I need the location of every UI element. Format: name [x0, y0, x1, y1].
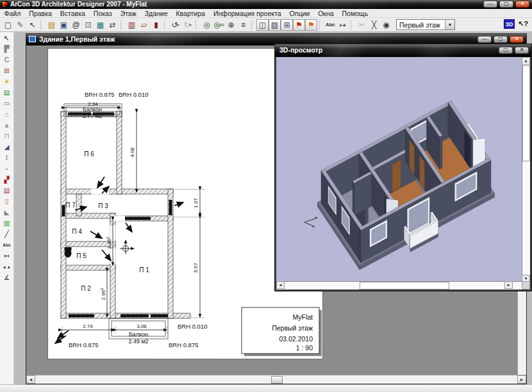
- viewer-3d-canvas[interactable]: [276, 57, 522, 282]
- app-close-button[interactable]: ✕: [515, 1, 529, 8]
- polygon-input-icon[interactable]: ▱: [138, 19, 150, 31]
- document-icon: [29, 36, 36, 42]
- menu-item-9[interactable]: Опции: [285, 9, 314, 18]
- column-tool[interactable]: I: [1, 152, 13, 163]
- plan-close-button[interactable]: ✕: [510, 36, 524, 43]
- skylight-tool[interactable]: ☀: [1, 76, 13, 86]
- plan-display-toggle[interactable]: ⊞: [281, 19, 293, 31]
- open-project-icon[interactable]: ▤: [46, 19, 58, 31]
- print-icon[interactable]: ⊡: [82, 19, 94, 31]
- slab-tool[interactable]: ▭: [1, 98, 13, 108]
- viewer-scroll-up-icon[interactable]: ▲: [522, 57, 530, 65]
- menu-item-4[interactable]: Показ: [89, 9, 116, 18]
- terrain-tool[interactable]: ▲: [1, 120, 13, 130]
- save-view-icon[interactable]: ▥: [126, 19, 138, 31]
- viewer-maximize-button[interactable]: ▢: [499, 47, 513, 54]
- plan-horizontal-scrollbar[interactable]: ◄ ►: [26, 375, 526, 384]
- origin-icon[interactable]: ⊕: [225, 19, 237, 31]
- stairs-tool[interactable]: ▞: [1, 174, 13, 184]
- measure-tool[interactable]: ∡: [1, 272, 13, 282]
- dormer-tool[interactable]: ⌂: [1, 109, 13, 119]
- app-maximize-button[interactable]: ▢: [499, 1, 513, 8]
- plan-minimize-button[interactable]: —: [478, 36, 492, 43]
- railing-tool[interactable]: ▤: [1, 185, 13, 195]
- new-document-icon[interactable]: ▢: [2, 19, 14, 31]
- app-titlebar[interactable]: ArCon 3D Architektur Designer 2007 - MyF…: [0, 0, 532, 9]
- arrow-tool[interactable]: ▲▲: [1, 261, 13, 272]
- shutter-tool[interactable]: ▤: [1, 87, 13, 97]
- cut-icon[interactable]: ✂: [356, 19, 368, 31]
- text-tool[interactable]: Abc: [1, 240, 13, 250]
- beam-tool[interactable]: ⊓: [1, 131, 13, 141]
- viewer-vertical-scrollbar[interactable]: ▲ ▼: [522, 57, 530, 282]
- ramp-tool[interactable]: ◣: [1, 207, 13, 217]
- wall-display-toggle[interactable]: ◫: [256, 19, 269, 31]
- app-logo-icon: [2, 1, 8, 8]
- export-image-icon[interactable]: ▦: [94, 19, 106, 31]
- chimney-tool[interactable]: ▯: [1, 196, 13, 206]
- grid-lines-icon[interactable]: ≡: [237, 19, 249, 31]
- send-email-icon[interactable]: @: [70, 19, 82, 31]
- menu-item-10[interactable]: Окна: [314, 9, 338, 18]
- menu-item-5[interactable]: Этаж: [116, 9, 140, 18]
- dimension-icon[interactable]: ↦: [337, 19, 349, 31]
- scroll-left-icon[interactable]: ◄: [26, 375, 35, 384]
- line-tool[interactable]: ╱: [1, 229, 13, 239]
- viewer-scroll-left-icon[interactable]: ◄: [276, 281, 285, 289]
- menu-item-3[interactable]: Вставка: [56, 9, 89, 18]
- roof-tool[interactable]: ◢: [1, 142, 13, 152]
- zoom-text-icon[interactable]: ◎AR: [213, 19, 225, 31]
- viewer-hscroll-thumb[interactable]: [360, 282, 449, 290]
- title-block: MyFlat Первый этаж 03.02.2010 1 : 90: [242, 307, 322, 356]
- brh-bottom-right-label: BRH 0.875: [169, 341, 198, 348]
- menu-item-2[interactable]: Правка: [25, 9, 56, 18]
- project-transfer-icon[interactable]: ⇄: [106, 19, 119, 31]
- viewer-3d-window[interactable]: 3D-просмотр ▢ ✕ ▲ ▼ ◄ ►: [274, 44, 532, 291]
- redo-icon-dropdown[interactable]: ▾: [190, 22, 192, 27]
- plan-hscroll-thumb[interactable]: [271, 376, 283, 384]
- wall-tool[interactable]: ▛: [1, 44, 13, 54]
- flag-new-toggle[interactable]: ⚑: [305, 19, 317, 31]
- menu-item-1[interactable]: Файл: [0, 9, 25, 18]
- redo-icon[interactable]: ↻▾: [181, 19, 194, 31]
- undo-icon[interactable]: ↺▾: [169, 19, 181, 31]
- viewer-title: 3D-просмотр: [279, 46, 322, 54]
- camera-view-icon[interactable]: ◉: [380, 19, 392, 31]
- menu-item-6[interactable]: Здание: [140, 9, 172, 18]
- fence-tool[interactable]: ▥: [1, 218, 13, 228]
- curved-wall-tool[interactable]: C: [1, 54, 13, 65]
- undo-icon-dropdown[interactable]: ▾: [178, 22, 179, 27]
- save-project-icon[interactable]: ▣: [58, 19, 70, 31]
- plan-maximize-button[interactable]: ▢: [494, 36, 508, 43]
- text-label-icon[interactable]: Abc: [324, 19, 337, 31]
- chevron-down-icon[interactable]: ▼: [445, 20, 454, 29]
- knife-icon[interactable]: ╳: [368, 19, 380, 31]
- catalog-icon[interactable]: ▮: [150, 19, 162, 31]
- floor-selector[interactable]: Первый этаж ▼: [396, 19, 455, 30]
- object-tool[interactable]: ▫: [1, 163, 13, 174]
- viewer-titlebar[interactable]: 3D-просмотр ▢ ✕: [275, 44, 531, 57]
- wizard-edit-icon[interactable]: ✎: [14, 19, 26, 31]
- view-3d-button[interactable]: 3D: [504, 19, 515, 29]
- pointer-tool[interactable]: ↖: [1, 33, 13, 43]
- viewer-horizontal-scrollbar[interactable]: ◄ ►: [276, 281, 522, 290]
- app-minimize-button[interactable]: —: [483, 1, 497, 8]
- window-tool[interactable]: ⊞: [1, 65, 13, 76]
- context-help-icon[interactable]: ↖?: [518, 20, 528, 28]
- viewer-close-button[interactable]: ✕: [515, 47, 529, 54]
- zoom-icon[interactable]: ◎: [201, 19, 213, 31]
- dimension-tool[interactable]: ↤: [1, 250, 13, 261]
- chimney-tool-glyph: ▯: [5, 197, 9, 205]
- menu-item-8[interactable]: Информация проекта: [209, 9, 285, 18]
- hatch-display-toggle[interactable]: ▨: [269, 19, 281, 31]
- statusbar: [0, 384, 532, 392]
- dim-306: 3.06: [137, 323, 147, 329]
- menu-item-11[interactable]: Помощь: [338, 9, 372, 18]
- stairs-tool-glyph: ▞: [4, 176, 9, 183]
- select-project-icon[interactable]: ↖: [26, 19, 38, 31]
- viewer-scroll-right-icon[interactable]: ►: [504, 281, 513, 289]
- menu-item-7[interactable]: Квартира: [172, 9, 209, 18]
- flag-red-toggle[interactable]: ⚑: [293, 19, 305, 31]
- scroll-right-icon[interactable]: ►: [517, 375, 526, 384]
- viewer-vscroll-thumb[interactable]: [522, 65, 530, 161]
